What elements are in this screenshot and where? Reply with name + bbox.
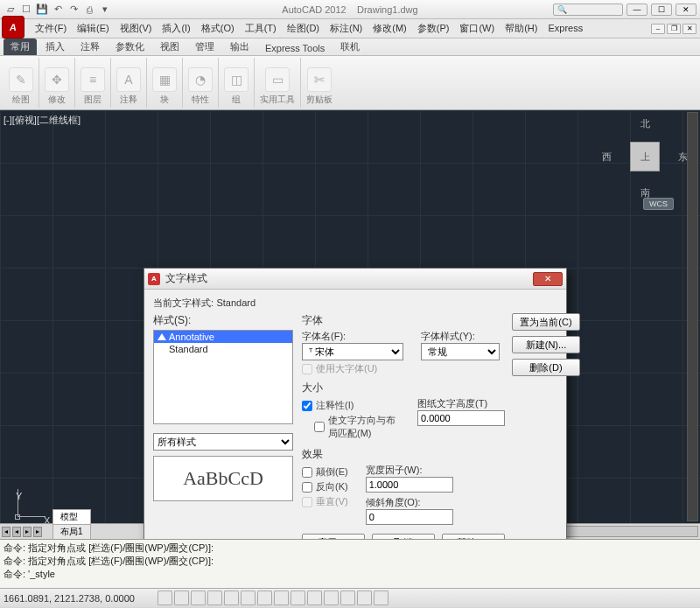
menu-item-11[interactable]: 帮助(H) [500,21,542,35]
layout-tab-nav[interactable]: ◂◂▸▸ [2,527,42,537]
help-button[interactable]: 帮助(H) [442,534,505,539]
status-toggle-9[interactable] [307,591,322,605]
quick-access-toolbar: ▱ ☐ 💾 ↶ ↷ ⎙ ▾ [4,3,112,17]
viewcube-west[interactable]: 西 [602,150,612,164]
drawing-area[interactable]: [-][俯视][二维线框] 北 南 西 东 上 WCS Y X ◂◂▸▸ 模型布… [0,110,700,539]
qat-more-icon[interactable]: ▾ [98,3,112,17]
layout-tab-1[interactable]: 布局1 [52,524,91,539]
oblique-angle-input[interactable] [366,509,453,525]
qat-open-icon[interactable]: ☐ [19,3,33,17]
qat-new-icon[interactable]: ▱ [4,3,18,17]
menu-item-4[interactable]: 格式(O) [196,21,240,35]
status-toggle-3[interactable] [207,591,222,605]
backwards-checkbox[interactable]: 反向(K) [302,480,348,493]
qat-undo-icon[interactable]: ↶ [51,3,65,17]
ribbon-tab-0[interactable]: 常用 [4,38,37,55]
app-menu-button[interactable]: A [2,16,24,38]
menu-item-10[interactable]: 窗口(W) [454,21,500,35]
ribbon-group-4[interactable]: ▦块 [147,58,183,108]
status-toggle-5[interactable] [241,591,256,605]
styles-listbox[interactable]: AnnotativeStandard [153,330,293,424]
menu-item-12[interactable]: Express [542,21,588,35]
ribbon-tab-5[interactable]: 管理 [188,38,221,55]
font-style-select[interactable]: 常规 [421,343,500,360]
style-item-annotative[interactable]: Annotative [154,331,292,343]
document-name: Drawing1.dwg [357,4,418,15]
status-toggle-4[interactable] [224,591,239,605]
status-toggle-7[interactable] [274,591,289,605]
set-current-button[interactable]: 置为当前(C) [512,313,580,331]
ribbon-label: 修改 [48,94,66,106]
layout-tab-0[interactable]: 模型 [52,509,91,524]
ribbon-tab-2[interactable]: 注释 [74,38,107,55]
menu-item-7[interactable]: 标注(N) [325,21,368,35]
ribbon-tab-3[interactable]: 参数化 [108,38,151,55]
viewcube-top[interactable]: 上 [630,142,660,171]
viewcube-north[interactable]: 北 [606,117,684,130]
ribbon-tab-6[interactable]: 输出 [223,38,256,55]
doc-close-button[interactable]: ✕ [682,24,696,34]
command-line[interactable]: 命令: 指定对角点或 [栏选(F)/圈围(WP)/圈交(CP)]:命令: 指定对… [0,539,700,588]
ribbon-tab-4[interactable]: 视图 [153,38,186,55]
viewport-label[interactable]: [-][俯视][二维线框] [4,114,80,127]
delete-style-button[interactable]: 删除(D) [512,359,580,376]
new-style-button[interactable]: 新建(N)... [512,336,580,353]
ribbon-group-5[interactable]: ◔特性 [183,58,219,108]
status-toggle-2[interactable] [191,591,206,605]
menu-item-6[interactable]: 绘图(D) [282,21,325,35]
menu-item-2[interactable]: 视图(V) [115,21,158,35]
dialog-titlebar[interactable]: A 文字样式 ✕ [144,269,566,290]
font-name-select[interactable]: ᵀ 宋体 [302,343,403,360]
cancel-button[interactable]: 取消 [372,534,435,539]
ribbon-tab-7[interactable]: Express Tools [258,41,332,55]
doc-restore-button[interactable]: ❐ [667,24,681,34]
minimize-button[interactable]: — [626,3,648,16]
ribbon-group-7[interactable]: ▭实用工具 [255,58,301,108]
width-factor-input[interactable] [366,477,453,493]
qat-print-icon[interactable]: ⎙ [82,3,96,17]
status-toggle-1[interactable] [174,591,189,605]
menu-item-9[interactable]: 参数(P) [412,21,455,35]
status-toggle-10[interactable] [324,591,339,605]
search-box[interactable]: 🔍 [553,3,623,16]
status-toggle-6[interactable] [257,591,272,605]
status-toggle-13[interactable] [374,591,388,605]
dialog-close-button[interactable]: ✕ [533,272,563,286]
ribbon-group-1[interactable]: ✥修改 [39,58,75,108]
upside-down-checkbox[interactable]: 颠倒(E) [302,465,348,479]
annotative-checkbox[interactable]: 注释性(I) [302,399,400,412]
status-toggle-8[interactable] [290,591,305,605]
menu-item-5[interactable]: 工具(T) [240,21,282,35]
ribbon-group-3[interactable]: A注释 [111,58,147,108]
viewcube[interactable]: 北 南 西 东 上 [606,117,684,196]
ribbon-group-0[interactable]: ✎绘图 [4,58,39,108]
menu-item-1[interactable]: 编辑(E) [72,21,115,35]
status-toggle-0[interactable] [158,591,172,605]
match-orientation-checkbox[interactable]: 使文字方向与布局匹配(M) [302,414,400,440]
ribbon-tab-1[interactable]: 插入 [38,38,72,55]
menu-item-0[interactable]: 文件(F) [30,21,72,35]
vertical-scrollbar[interactable] [687,112,698,521]
ribbon-group-2[interactable]: ≡图层 [75,58,111,108]
menu-item-8[interactable]: 修改(M) [368,21,412,35]
doc-minimize-button[interactable]: – [651,24,665,34]
ribbon-tab-8[interactable]: 联机 [333,38,367,55]
maximize-button[interactable]: ☐ [651,3,672,16]
paper-height-input[interactable] [417,410,505,426]
apply-button[interactable]: 应用(A) [302,534,365,539]
current-style-line: 当前文字样式: Standard [153,297,557,310]
current-style-label: 当前文字样式: [153,297,214,308]
status-toggle-11[interactable] [340,591,355,605]
window-title: AutoCAD 2012 Drawing1.dwg [282,4,417,15]
style-item-standard[interactable]: Standard [154,343,292,355]
close-button[interactable]: ✕ [676,3,696,16]
ribbon-group-6[interactable]: ◫组 [219,58,255,108]
menu-item-3[interactable]: 插入(I) [157,21,195,35]
qat-redo-icon[interactable]: ↷ [66,3,80,17]
status-toggle-12[interactable] [357,591,372,605]
ribbon-group-8[interactable]: ✄剪贴板 [301,58,338,108]
wcs-badge[interactable]: WCS [643,198,674,210]
style-filter-select[interactable]: 所有样式 [153,433,293,451]
ribbon-panel: ✎绘图✥修改≡图层A注释▦块◔特性◫组▭实用工具✄剪贴板 [0,56,700,110]
qat-save-icon[interactable]: 💾 [35,3,49,17]
